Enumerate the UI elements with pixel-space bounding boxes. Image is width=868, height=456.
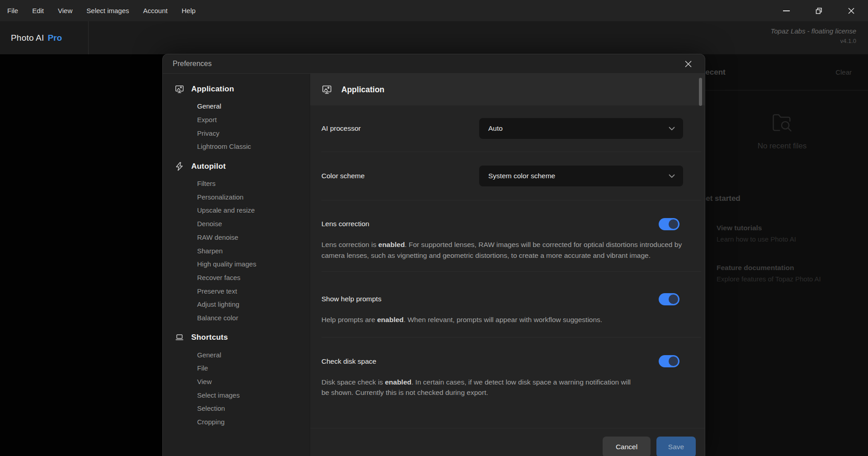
chevron-down-icon bbox=[669, 127, 675, 131]
nav-section-shortcuts: Shortcuts General File View Select image… bbox=[163, 331, 310, 428]
setting-row-color-scheme: Color scheme System color scheme bbox=[321, 152, 701, 200]
setting-row-check-disk-space: Check disk space Disk space check is ena… bbox=[321, 337, 701, 410]
recent-files-panel: Recent Clear No recent files Get started… bbox=[696, 54, 868, 456]
preferences-footer: Cancel Save bbox=[310, 428, 705, 456]
show-help-prompts-toggle[interactable] bbox=[659, 293, 679, 305]
check-disk-space-toggle[interactable] bbox=[659, 355, 679, 367]
toggle-knob bbox=[669, 294, 678, 304]
menu-help[interactable]: Help bbox=[182, 7, 196, 14]
feature-documentation-title: Feature documentation bbox=[717, 264, 868, 272]
laptop-icon bbox=[175, 332, 184, 342]
lens-correction-description: Lens correction is enabled. For supporte… bbox=[321, 239, 685, 261]
save-button[interactable]: Save bbox=[656, 437, 696, 456]
application-settings-panel: Application AI processor Auto Color sche… bbox=[310, 74, 705, 456]
nav-item-preserve-text[interactable]: Preserve text bbox=[163, 284, 310, 298]
nav-item-balance-color[interactable]: Balance color bbox=[163, 311, 310, 325]
nav-item-filters[interactable]: Filters bbox=[163, 177, 310, 190]
close-window-button[interactable] bbox=[841, 0, 862, 21]
restore-window-button[interactable] bbox=[808, 0, 829, 21]
nav-item-shortcuts-selection[interactable]: Selection bbox=[163, 402, 310, 415]
check-disk-space-label: Check disk space bbox=[321, 357, 376, 366]
license-info: Topaz Labs - floating license v4.1.0 bbox=[770, 27, 856, 44]
show-help-prompts-label: Show help prompts bbox=[321, 295, 382, 303]
setting-row-show-help-prompts: Show help prompts Help prompts are enabl… bbox=[321, 272, 701, 337]
nav-item-shortcuts-view[interactable]: View bbox=[163, 375, 310, 389]
nav-item-shortcuts-general[interactable]: General bbox=[163, 348, 310, 361]
panel-title-bar: Application bbox=[310, 74, 705, 105]
show-help-prompts-description: Help prompts are enabled. When relevant,… bbox=[321, 314, 701, 325]
menu-bar: File Edit View Select images Account Hel… bbox=[0, 0, 868, 21]
feature-documentation-link[interactable]: Feature documentation Explore features o… bbox=[696, 264, 868, 283]
nav-item-shortcuts-file[interactable]: File bbox=[163, 361, 310, 375]
panel-title: Application bbox=[341, 85, 384, 95]
menu-view[interactable]: View bbox=[58, 7, 72, 14]
menu-file[interactable]: File bbox=[7, 7, 18, 14]
preferences-dialog: Preferences A bbox=[162, 54, 705, 456]
menu-account[interactable]: Account bbox=[143, 7, 168, 14]
toggle-knob bbox=[669, 219, 678, 229]
restore-window-icon bbox=[815, 7, 823, 15]
get-started-section: Get started View tutorials Learn how to … bbox=[696, 194, 868, 283]
get-started-title: Get started bbox=[696, 194, 868, 203]
close-preferences-button[interactable] bbox=[682, 58, 694, 70]
topaz-photo-ai-window: File Edit View Select images Account Hel… bbox=[0, 0, 868, 456]
nav-item-privacy[interactable]: Privacy bbox=[163, 126, 310, 140]
lens-correction-toggle[interactable] bbox=[659, 218, 679, 230]
nav-item-export[interactable]: Export bbox=[163, 113, 310, 127]
app-header: Photo AI Pro Topaz Labs - floating licen… bbox=[0, 21, 868, 54]
lightning-bolt-icon bbox=[175, 162, 184, 171]
view-tutorials-title: View tutorials bbox=[717, 224, 868, 232]
nav-autopilot-label: Autopilot bbox=[191, 162, 226, 171]
application-image-icon bbox=[175, 84, 184, 94]
chevron-down-icon bbox=[669, 174, 675, 178]
check-disk-space-description: Disk space check is enabled. In certain … bbox=[321, 377, 638, 398]
app-version: v4.1.0 bbox=[770, 38, 856, 44]
app-title: Photo AI bbox=[11, 33, 44, 43]
nav-item-shortcuts-cropping[interactable]: Cropping bbox=[163, 415, 310, 429]
nav-item-sharpen[interactable]: Sharpen bbox=[163, 244, 310, 257]
lens-correction-label: Lens correction bbox=[321, 220, 369, 228]
menu-edit[interactable]: Edit bbox=[32, 7, 44, 14]
feature-documentation-subtitle: Explore features of Topaz Photo AI bbox=[717, 275, 868, 283]
nav-item-lightroom-classic[interactable]: Lightroom Classic bbox=[163, 140, 310, 153]
close-icon bbox=[684, 60, 693, 68]
setting-row-ai-processor: AI processor Auto bbox=[321, 105, 701, 152]
setting-row-lens-correction: Lens correction Lens correction is enabl… bbox=[321, 200, 701, 272]
view-tutorials-link[interactable]: View tutorials Learn how to use Photo AI bbox=[696, 224, 868, 243]
nav-item-high-quality-images[interactable]: High quality images bbox=[163, 257, 310, 271]
color-scheme-value: System color scheme bbox=[488, 172, 555, 180]
pro-badge: Pro bbox=[47, 33, 62, 43]
preferences-title: Preferences bbox=[173, 60, 212, 68]
ai-processor-value: Auto bbox=[488, 124, 503, 133]
license-text: Topaz Labs - floating license bbox=[770, 27, 856, 35]
nav-section-application: Application General Export Privacy Light… bbox=[163, 82, 310, 153]
nav-section-autopilot: Autopilot Filters Personalization Upscal… bbox=[163, 160, 310, 325]
color-scheme-dropdown[interactable]: System color scheme bbox=[479, 166, 683, 186]
nav-application-label: Application bbox=[191, 85, 234, 94]
application-image-icon bbox=[321, 84, 332, 95]
nav-item-application-general[interactable]: General bbox=[163, 100, 310, 113]
nav-item-upscale-and-resize[interactable]: Upscale and resize bbox=[163, 204, 310, 217]
folder-search-icon bbox=[770, 111, 794, 134]
nav-item-denoise[interactable]: Denoise bbox=[163, 217, 310, 231]
menu-select-images[interactable]: Select images bbox=[86, 7, 129, 14]
nav-shortcuts-label: Shortcuts bbox=[191, 333, 228, 342]
nav-item-raw-denoise[interactable]: RAW denoise bbox=[163, 231, 310, 244]
ai-processor-dropdown[interactable]: Auto bbox=[479, 118, 683, 139]
preferences-nav: Application General Export Privacy Light… bbox=[163, 74, 310, 456]
no-recent-files-text: No recent files bbox=[758, 142, 807, 151]
nav-item-adjust-lighting[interactable]: Adjust lighting bbox=[163, 298, 310, 311]
ai-processor-label: AI processor bbox=[321, 124, 361, 133]
cancel-button[interactable]: Cancel bbox=[603, 437, 651, 456]
scrollbar-thumb[interactable] bbox=[699, 78, 702, 106]
nav-item-personalization[interactable]: Personalization bbox=[163, 190, 310, 204]
color-scheme-label: Color scheme bbox=[321, 172, 365, 180]
minimize-button[interactable] bbox=[776, 0, 797, 21]
clear-recent-button[interactable]: Clear bbox=[835, 68, 852, 76]
nav-item-shortcuts-select-images[interactable]: Select images bbox=[163, 388, 310, 402]
view-tutorials-subtitle: Learn how to use Photo AI bbox=[717, 235, 868, 243]
toggle-knob bbox=[669, 356, 678, 366]
close-icon bbox=[848, 7, 855, 14]
recent-empty-state: No recent files bbox=[696, 111, 868, 151]
nav-item-recover-faces[interactable]: Recover faces bbox=[163, 271, 310, 285]
